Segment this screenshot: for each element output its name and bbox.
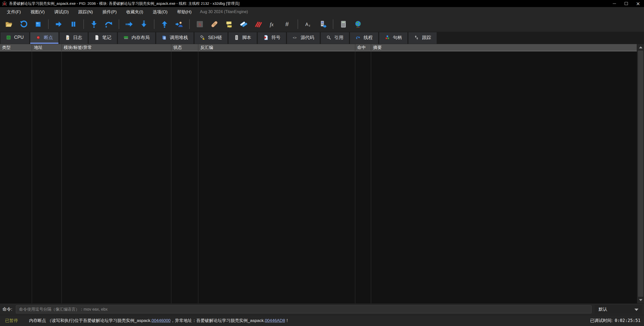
table-body[interactable] [0, 51, 637, 303]
tab-cpu[interactable]: CPU [1, 32, 29, 44]
column-header-address[interactable]: 地址 [32, 44, 62, 51]
handles-icon [385, 35, 390, 40]
tab-source[interactable]: <>源代码 [287, 32, 320, 44]
stop-button[interactable] [31, 18, 45, 30]
trace-into-button[interactable] [137, 18, 151, 30]
address-link[interactable]: 00446AD8 [265, 318, 285, 323]
labels-button[interactable] [236, 18, 251, 30]
scylla-button[interactable]: S [192, 18, 207, 30]
bookmarks-icon [254, 20, 262, 28]
minimize-button[interactable] [608, 0, 620, 7]
scroll-up-button[interactable] [637, 44, 644, 51]
scrollbar-thumb[interactable] [638, 51, 643, 297]
trace-over-button[interactable] [122, 18, 137, 30]
window-title: 吾爱破解论坛学习脱壳实例_aspack.exe - PID: 2036 - 模块… [9, 1, 239, 6]
scroll-down-icon [639, 299, 642, 301]
bookmarks-button[interactable] [251, 18, 266, 30]
tabbar: CPU断点日志笔记内存布局调用堆栈SEH链脚本符号<>源代码引用线程句柄跟踪 [0, 32, 644, 44]
tab-label: CPU [14, 35, 24, 40]
patches-icon [210, 20, 218, 28]
close-button[interactable]: × [632, 0, 644, 7]
memmap-icon [123, 35, 128, 40]
close-icon: × [636, 1, 640, 6]
menu-debug[interactable]: 调试(D) [49, 7, 74, 17]
column-header-disassembly[interactable]: 反汇编 [198, 44, 355, 51]
restart-button[interactable] [16, 18, 31, 30]
menu-file[interactable]: 文件(F) [2, 7, 26, 17]
menu-options[interactable]: 选项(O) [148, 7, 172, 17]
menu-bar: 文件(F)视图(V)调试(D)跟踪(N)插件(P)收藏夹(I)选项(O)帮助(H… [0, 7, 644, 17]
tab-trace[interactable]: 跟踪 [408, 32, 437, 44]
tab-label: 脚本 [242, 35, 251, 41]
notes-icon [94, 35, 99, 40]
tab-handles[interactable]: 句柄 [379, 32, 407, 44]
vertical-scrollbar[interactable] [637, 44, 644, 303]
tab-notes[interactable]: 笔记 [89, 32, 117, 44]
profile-dropdown[interactable]: 默认 [595, 305, 642, 314]
svg-text:fx: fx [270, 22, 274, 27]
tab-references[interactable]: 引用 [321, 32, 349, 44]
step-over-button[interactable] [101, 18, 116, 30]
scroll-down-button[interactable] [637, 297, 644, 303]
tab-call-stack[interactable]: 调用堆栈 [156, 32, 194, 44]
functions-icon: fx [269, 20, 277, 28]
follow-in-memory-button[interactable] [315, 18, 330, 30]
chevron-down-icon [634, 309, 638, 311]
table-header: 类型地址模块/标签/异常状态反汇编命中摘要 [0, 44, 637, 51]
internet-globe-button[interactable] [351, 18, 365, 30]
address-link[interactable]: 00446000 [151, 318, 171, 323]
menu-plugins[interactable]: 插件(P) [98, 7, 122, 17]
svg-text:<>: <> [293, 36, 297, 40]
command-input[interactable] [16, 305, 592, 313]
menu-favourites[interactable]: 收藏夹(I) [121, 7, 148, 17]
debug-time: 已调试时间:0:02:25:51 [590, 318, 640, 323]
log-icon [65, 35, 70, 40]
menubar-items: 文件(F)视图(V)调试(D)跟踪(N)插件(P)收藏夹(I)选项(O)帮助(H… [2, 7, 196, 17]
column-header-hits[interactable]: 命中 [355, 44, 371, 51]
tab-script[interactable]: 脚本 [229, 32, 257, 44]
column-header-module[interactable]: 模块/标签/异常 [62, 44, 171, 51]
scrollbar-track[interactable] [637, 51, 644, 297]
trace-over-icon [125, 20, 133, 28]
minimize-icon [613, 4, 616, 4]
tab-log[interactable]: 日志 [59, 32, 88, 44]
menu-trace[interactable]: 跟踪(N) [74, 7, 98, 17]
menu-help[interactable]: 帮助(H) [172, 7, 197, 17]
control-flow-button[interactable]: # [280, 18, 295, 30]
command-bar: 命令: 默认 [0, 303, 644, 315]
step-into-button[interactable] [87, 18, 101, 30]
ascii-table-button[interactable]: Az [301, 18, 315, 30]
patches-button[interactable] [207, 18, 222, 30]
threads-icon [356, 35, 361, 40]
scroll-up-icon [639, 46, 642, 48]
tab-seh[interactable]: SEH链 [195, 32, 228, 44]
internet-globe-icon [354, 20, 362, 28]
column-header-type[interactable]: 类型 [0, 44, 32, 51]
profile-dropdown-value: 默认 [599, 306, 607, 312]
tab-symbols[interactable]: 符号 [258, 32, 286, 44]
tab-breakpoints[interactable]: 断点 [30, 32, 58, 44]
run-button[interactable] [51, 18, 66, 30]
toolbar-separator [333, 19, 333, 29]
menu-view[interactable]: 视图(V) [26, 7, 50, 17]
title-bar: 吾爱破解论坛学习脱壳实例_aspack.exe - PID: 2036 - 模块… [0, 0, 644, 7]
comments-button[interactable] [222, 18, 236, 30]
tab-label: 跟踪 [422, 35, 431, 41]
column-divider [371, 51, 371, 303]
tab-threads[interactable]: 线程 [350, 32, 378, 44]
pause-button[interactable] [66, 18, 81, 30]
trace-into-icon [140, 20, 148, 28]
column-header-state[interactable]: 状态 [171, 44, 198, 51]
calculator-button[interactable] [336, 18, 351, 30]
breakpoints-table: 类型地址模块/标签/异常状态反汇编命中摘要 [0, 44, 644, 303]
tab-label: 线程 [364, 35, 373, 41]
functions-button[interactable]: fx [266, 18, 280, 30]
maximize-button[interactable] [620, 0, 632, 7]
debug-time-value: 0:02:25:51 [615, 318, 640, 323]
tab-memory-map[interactable]: 内存布局 [118, 32, 155, 44]
open-file-button[interactable] [2, 18, 16, 30]
status-text: ！ [285, 318, 289, 323]
execute-till-return-button[interactable] [157, 18, 172, 30]
run-to-user-code-button[interactable] [172, 18, 186, 30]
column-header-summary[interactable]: 摘要 [371, 44, 637, 51]
